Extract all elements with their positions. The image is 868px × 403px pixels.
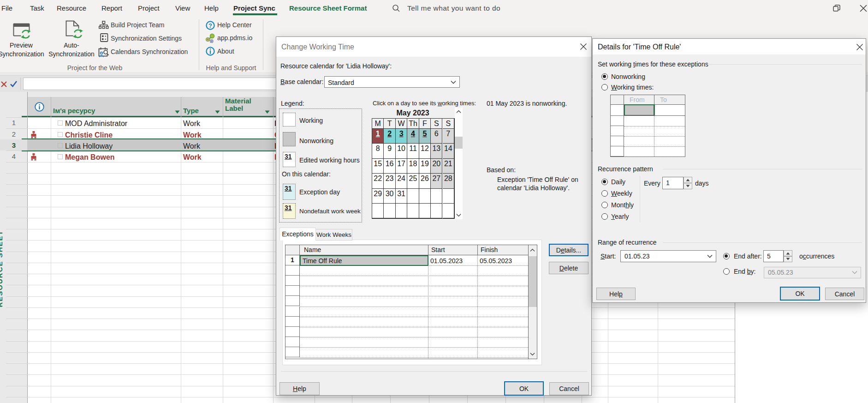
svg-text:?: ?: [208, 22, 212, 29]
